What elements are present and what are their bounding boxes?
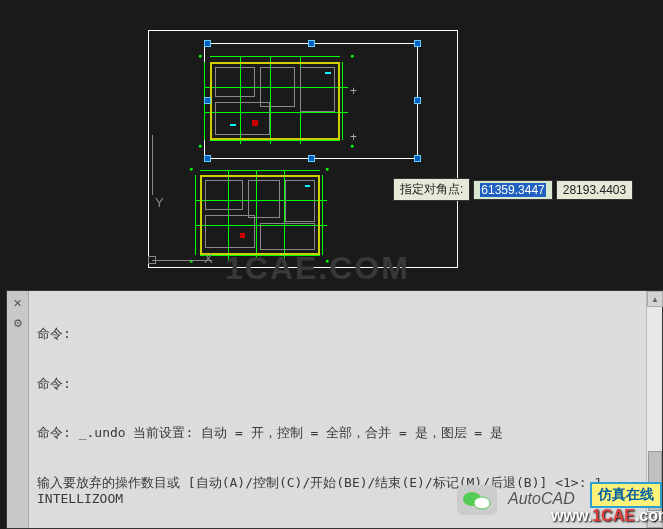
floorplan-lower: ● ● ● ●	[200, 175, 320, 255]
grip-handle[interactable]	[308, 155, 315, 162]
badge-url: www.1CAE.com	[545, 505, 663, 527]
drawing-canvas[interactable]: ● ● ● ● + + ● ● ● ● Y	[0, 0, 663, 290]
cmd-options-icon[interactable]: ⚙	[10, 315, 26, 331]
cmd-line: 命令:	[37, 326, 654, 343]
cmd-toolbar: ✕ ⚙	[7, 291, 29, 528]
wechat-icon	[457, 485, 497, 515]
grip-handle[interactable]	[204, 40, 211, 47]
cmd-close-icon[interactable]: ✕	[10, 295, 26, 311]
dynamic-input-x[interactable]: 61359.3447	[473, 180, 552, 200]
grip-handle[interactable]	[308, 40, 315, 47]
floorplan-upper: ● ● ● ● + +	[210, 62, 340, 140]
dynamic-input: 指定对角点: 61359.3447 28193.4403	[393, 178, 633, 201]
svg-point-1	[474, 497, 490, 509]
grip-handle[interactable]	[204, 97, 211, 104]
grip-handle[interactable]	[204, 155, 211, 162]
cmd-line: 命令:	[37, 376, 654, 393]
grip-handle[interactable]	[414, 155, 421, 162]
grip-handle[interactable]	[414, 97, 421, 104]
ucs-y-label: Y	[155, 195, 164, 210]
cmd-line: 命令: _.undo 当前设置: 自动 = 开，控制 = 全部，合并 = 是，图…	[37, 425, 654, 442]
scroll-up-icon[interactable]: ▲	[647, 291, 663, 307]
dynamic-input-prompt: 指定对角点:	[393, 178, 470, 201]
ucs-x-label: X	[204, 251, 213, 266]
dynamic-input-y[interactable]: 28193.4403	[556, 180, 633, 200]
grip-handle[interactable]	[414, 40, 421, 47]
